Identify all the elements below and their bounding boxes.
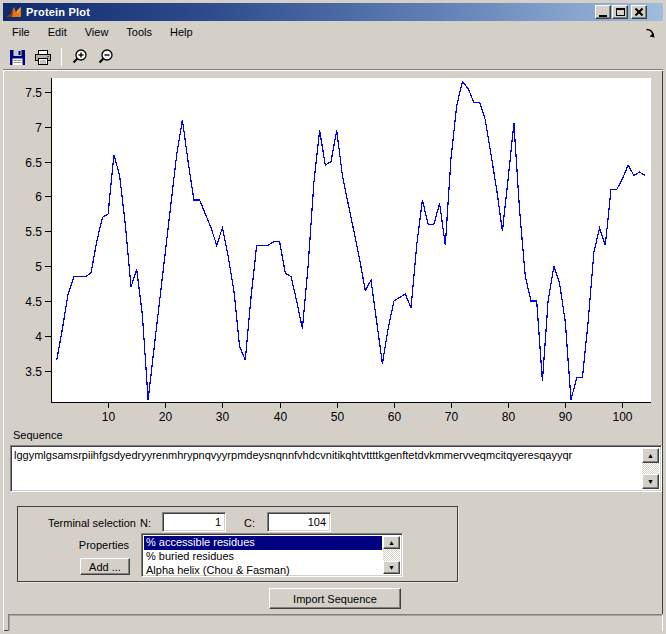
x-tick-label: 20 <box>159 410 173 424</box>
window-title: Protein Plot <box>26 6 90 18</box>
minimize-button[interactable] <box>595 5 611 19</box>
property-option[interactable]: % accessible residues <box>144 536 382 550</box>
y-tick-label: 5 <box>35 260 42 274</box>
menu-item-help[interactable]: Help <box>161 21 202 42</box>
close-icon <box>634 8 644 17</box>
menu-item-edit[interactable]: Edit <box>39 21 76 42</box>
n-terminal-label: N: <box>140 517 151 529</box>
menu-item-view[interactable]: View <box>76 21 118 42</box>
toolbar-separator <box>61 48 62 66</box>
y-tick-label: 4.5 <box>25 295 42 309</box>
properties-label: Properties <box>24 539 129 551</box>
dock-figure-icon[interactable] <box>645 28 656 39</box>
x-tick-label: 30 <box>216 410 230 424</box>
scroll-down-icon[interactable]: ▼ <box>642 474 659 489</box>
c-terminal-field[interactable]: 104 <box>267 512 331 532</box>
toolbar <box>3 45 663 70</box>
protein-plot-window: 3.544.555.566.577.5102030405060708090100… <box>0 0 666 634</box>
save-icon <box>9 49 26 66</box>
add-property-button[interactable]: Add ... <box>80 558 130 575</box>
menubar: FileEditViewToolsHelp <box>3 21 663 45</box>
zoom-in-button[interactable] <box>68 47 92 68</box>
scrollbar-track[interactable] <box>383 549 400 561</box>
terminal-selection-panel: Terminal selection N: 1 C: 104 Propertie… <box>17 506 458 582</box>
x-tick-label: 50 <box>331 410 345 424</box>
sequence-label: Sequence <box>13 429 63 441</box>
properties-listbox[interactable]: % accessible residues% buried residuesAl… <box>141 533 403 577</box>
status-bar <box>8 614 663 632</box>
listbox-scrollbar[interactable]: ▲ ▼ <box>383 536 400 574</box>
x-tick-label: 60 <box>388 410 402 424</box>
zoom-in-icon <box>71 48 89 66</box>
plot-area[interactable] <box>51 78 651 402</box>
c-terminal-value: 104 <box>308 516 326 528</box>
n-terminal-field[interactable]: 1 <box>162 512 226 532</box>
x-tick-label: 90 <box>559 410 573 424</box>
scroll-up-icon[interactable]: ▲ <box>642 448 659 463</box>
property-option[interactable]: Alpha helix (Chou & Fasman) <box>144 564 382 578</box>
y-tick-label: 6.5 <box>25 156 42 170</box>
y-tick-label: 5.5 <box>25 225 42 239</box>
scrollbar-track[interactable] <box>642 463 659 474</box>
y-tick-label: 7 <box>35 121 42 135</box>
minimize-icon <box>599 15 607 17</box>
x-tick-label: 10 <box>102 410 116 424</box>
maximize-button[interactable] <box>612 5 628 19</box>
zoom-out-button[interactable] <box>94 47 118 68</box>
c-terminal-label: C: <box>244 517 255 529</box>
property-option[interactable]: % buried residues <box>144 550 382 564</box>
close-button[interactable] <box>631 5 647 19</box>
print-button[interactable] <box>31 47 55 68</box>
terminal-selection-label: Terminal selection <box>24 517 136 529</box>
x-tick-label: 40 <box>274 410 288 424</box>
import-sequence-button[interactable]: Import Sequence <box>269 588 401 609</box>
titlebar[interactable]: Protein Plot <box>3 3 663 21</box>
scroll-up-icon[interactable]: ▲ <box>383 536 400 549</box>
x-tick-label: 100 <box>612 410 632 424</box>
x-tick-label: 80 <box>502 410 516 424</box>
y-tick-label: 4 <box>35 330 42 344</box>
y-tick-label: 7.5 <box>25 86 42 100</box>
sequence-scrollbar[interactable]: ▲ ▼ <box>642 448 659 489</box>
menu-item-tools[interactable]: Tools <box>117 21 161 42</box>
y-tick-label: 6 <box>35 190 42 204</box>
n-terminal-value: 1 <box>215 516 221 528</box>
sequence-text[interactable]: lggymlgsamsrpiihfgsdyedryyrenmhrypnqvyyr… <box>14 449 640 461</box>
save-button[interactable] <box>5 47 29 68</box>
zoom-out-icon <box>97 48 115 66</box>
scroll-down-icon[interactable]: ▼ <box>383 561 400 574</box>
x-tick-label: 70 <box>445 410 459 424</box>
sequence-textbox[interactable]: lggymlgsamsrpiihfgsdyedryyrenmhrypnqvyyr… <box>10 445 662 492</box>
matlab-logo-icon <box>6 4 22 20</box>
menu-item-file[interactable]: File <box>3 21 39 42</box>
print-icon <box>34 49 52 66</box>
y-tick-label: 3.5 <box>25 365 42 379</box>
maximize-icon <box>616 8 625 16</box>
